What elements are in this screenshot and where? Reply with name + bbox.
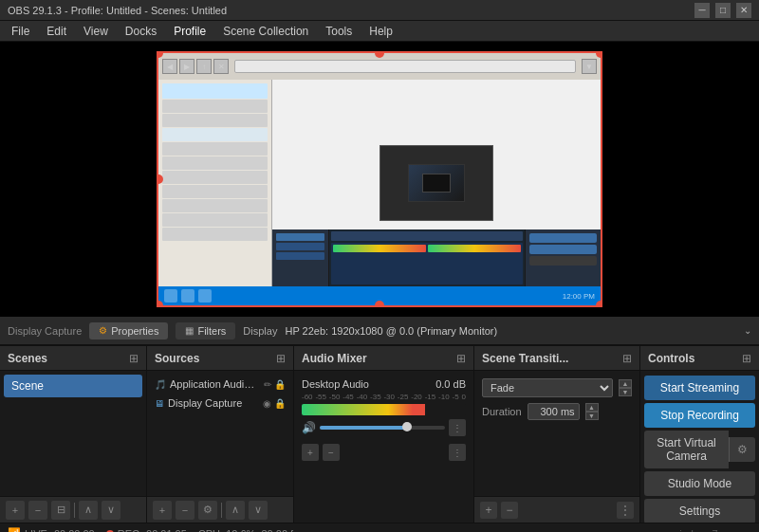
menu-view[interactable]: View (76, 23, 116, 40)
transition-spin-up[interactable]: ▲ (619, 379, 632, 388)
scenes-expand-icon[interactable]: ⊞ (129, 352, 139, 365)
audio-level-fill (302, 404, 425, 415)
transitions-menu-btn[interactable]: ⋮ (617, 502, 634, 519)
screen-tb-btn-3: ↑ (196, 59, 212, 74)
transitions-remove-btn[interactable]: − (501, 502, 518, 519)
audio-settings-btn[interactable]: ⋮ (449, 444, 466, 461)
source-lock-icon[interactable]: 🔒 (274, 379, 286, 390)
transitions-add-btn[interactable]: + (480, 502, 497, 519)
audio-panel-title: Audio Mixer (302, 352, 367, 365)
scenes-sep (74, 503, 75, 518)
stop-recording-button[interactable]: Stop Recording (644, 403, 755, 428)
audio-scale: -60-55-50-45-40-35-30-25-20-15-10-50 (302, 393, 466, 401)
rec-time: 00:01:05 (146, 528, 187, 533)
duration-spin-up[interactable]: ▲ (585, 403, 599, 412)
maximize-button[interactable]: □ (715, 3, 731, 18)
filters-button[interactable]: ▦ Filters (176, 322, 235, 339)
scenes-save-button[interactable]: ⊟ (51, 501, 70, 520)
transition-spin-down[interactable]: ▼ (619, 388, 632, 396)
sources-expand-icon[interactable]: ⊞ (276, 352, 286, 365)
volume-icon[interactable]: 🔊 (302, 421, 316, 434)
rec-label: REC: (118, 528, 142, 533)
menu-edit[interactable]: Edit (39, 23, 74, 40)
watermark: windows7vn.com (672, 528, 751, 533)
window-controls: ─ □ ✕ (694, 3, 751, 18)
title-bar: OBS 29.1.3 - Profile: Untitled - Scenes:… (0, 0, 759, 21)
screen-tb-btn-5: ▼ (582, 59, 597, 74)
duration-input[interactable] (528, 403, 580, 420)
handle-bl[interactable] (157, 301, 163, 307)
app-title: OBS 29.1.3 - Profile: Untitled - Scenes:… (8, 5, 227, 16)
screen-content: ◀ ▶ ↑ ✕ ▼ (158, 53, 601, 305)
audio-mixer-panel: Audio Mixer ⊞ Desktop Audio 0.0 dB -60-5… (294, 346, 474, 523)
start-virtual-camera-button[interactable]: Start Virtual Camera (644, 431, 729, 468)
handle-br[interactable] (596, 301, 602, 307)
sources-down-button[interactable]: ∨ (249, 501, 268, 520)
scenes-up-button[interactable]: ∧ (79, 501, 98, 520)
scene-item[interactable]: Scene (4, 375, 142, 397)
audio-level-bar (302, 404, 466, 415)
duration-spin-down[interactable]: ▼ (585, 412, 599, 420)
display-lock-icon[interactable]: 🔒 (274, 398, 286, 409)
controls-expand-icon[interactable]: ⊞ (742, 352, 751, 365)
transitions-panel-actions: ⊞ (622, 352, 632, 365)
preview-area: ◀ ▶ ↑ ✕ ▼ (0, 42, 759, 317)
scenes-down-button[interactable]: ∨ (102, 501, 120, 520)
scenes-add-button[interactable]: + (6, 501, 25, 520)
virtual-camera-row: Start Virtual Camera ⚙ (644, 431, 755, 468)
audio-menu-btn[interactable]: ⋮ (449, 419, 466, 436)
properties-label: Properties (111, 325, 158, 337)
preview-screen: ◀ ▶ ↑ ✕ ▼ (157, 51, 602, 307)
scenes-panel-footer: + − ⊟ ∧ ∨ (0, 496, 146, 523)
sources-remove-button[interactable]: − (176, 501, 194, 520)
sources-panel-actions: ⊞ (276, 352, 286, 365)
monitor-label: HP 22eb: 1920x1080 @ 0.0 (Primary Monito… (285, 325, 497, 337)
duration-label: Duration (482, 406, 522, 417)
screen-sidebar (158, 80, 272, 286)
sources-up-button[interactable]: ∧ (226, 501, 245, 520)
menu-docks[interactable]: Docks (118, 23, 164, 40)
properties-icon: ⚙ (99, 325, 107, 336)
audio-track-desktop: Desktop Audio 0.0 dB -60-55-50-45-40-35-… (298, 375, 470, 440)
audio-add-btn[interactable]: + (302, 444, 319, 461)
cpu-label: CPU: 12.6%, 30.00 fps (198, 528, 305, 533)
menu-scene-collection[interactable]: Scene Collection (215, 23, 316, 40)
panels-row: Scenes ⊞ Scene + − ⊟ ∧ ∨ Sources ⊞ 🎵 (0, 345, 759, 523)
sources-gear-button[interactable]: ⚙ (198, 501, 217, 520)
transitions-panel: Scene Transiti... ⊞ Fade Cut Swipe Slide… (474, 346, 640, 523)
audio-remove-btn[interactable]: − (323, 444, 340, 461)
menu-help[interactable]: Help (361, 23, 400, 40)
transition-type-select[interactable]: Fade Cut Swipe Slide (482, 378, 613, 397)
source-edit-icon[interactable]: ✏ (264, 379, 271, 390)
virtual-camera-gear-button[interactable]: ⚙ (729, 437, 755, 462)
source-item-audio[interactable]: 🎵 Application Audio C... ✏ 🔒 (151, 375, 289, 394)
sources-add-button[interactable]: + (153, 501, 172, 520)
duration-spinner: ▲ ▼ (585, 403, 599, 420)
scenes-remove-button[interactable]: − (28, 501, 47, 520)
properties-button[interactable]: ⚙ Properties (89, 322, 168, 339)
transitions-expand-icon[interactable]: ⊞ (622, 352, 632, 365)
source-bar-dropdown-icon[interactable]: ⌄ (744, 325, 751, 336)
taskbar-icon-2 (181, 289, 194, 303)
audio-expand-icon[interactable]: ⊞ (456, 352, 466, 365)
menu-profile[interactable]: Profile (166, 23, 213, 40)
sources-panel-footer: + − ⚙ ∧ ∨ (147, 496, 293, 523)
close-button[interactable]: ✕ (736, 3, 751, 18)
display-eye-icon[interactable]: ◉ (263, 398, 271, 409)
transitions-panel-content: Fade Cut Swipe Slide ▲ ▼ Duration ▲ ▼ (474, 371, 639, 496)
studio-mode-button[interactable]: Studio Mode (644, 471, 755, 496)
source-item-display[interactable]: 🖥 Display Capture ◉ 🔒 (151, 394, 289, 413)
menu-file[interactable]: File (4, 23, 37, 40)
source-name-audio: Application Audio C... (170, 378, 260, 390)
sources-panel-content: 🎵 Application Audio C... ✏ 🔒 🖥 Display C… (147, 371, 293, 496)
screen-main (272, 80, 601, 286)
scenes-panel: Scenes ⊞ Scene + − ⊟ ∧ ∨ (0, 346, 147, 523)
minimize-button[interactable]: ─ (694, 3, 710, 18)
start-streaming-button[interactable]: Start Streaming (644, 376, 755, 400)
handle-tr[interactable] (596, 51, 602, 58)
settings-button[interactable]: Settings (644, 499, 755, 523)
menu-tools[interactable]: Tools (318, 23, 360, 40)
scenes-panel-actions: ⊞ (129, 352, 139, 365)
screen-tb-btn-2: ▶ (179, 59, 194, 74)
handle-bm[interactable] (375, 301, 384, 307)
